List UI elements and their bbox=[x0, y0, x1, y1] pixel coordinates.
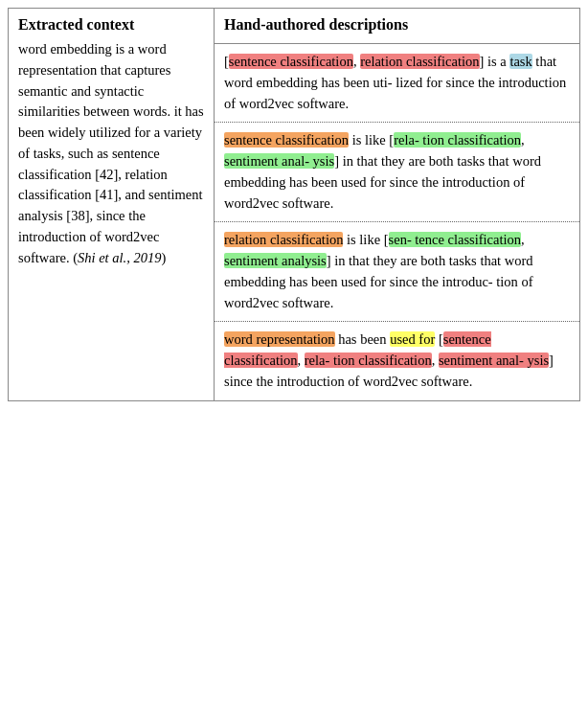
highlight-span: relation classification bbox=[360, 54, 479, 69]
highlight-span: sen- tence classification bbox=[389, 232, 522, 247]
highlight-span: task bbox=[509, 54, 531, 69]
left-column: Extracted context word embedding is a wo… bbox=[9, 9, 215, 400]
italic-span: Shi et al., 2019 bbox=[78, 250, 161, 265]
highlight-span: sentence classification bbox=[229, 54, 353, 69]
highlight-span: sentiment analysis bbox=[224, 253, 327, 268]
highlight-span: sentence classification bbox=[224, 132, 349, 148]
right-row-2: sentence classification is like [rela- t… bbox=[215, 123, 579, 222]
highlight-span: rela- tion classification bbox=[394, 132, 521, 148]
highlight-span: word representation bbox=[224, 331, 335, 347]
highlight-span: sentiment anal- ysis bbox=[439, 353, 549, 368]
highlight-span: relation classification bbox=[224, 232, 343, 247]
right-row-1: [sentence classification, relation class… bbox=[215, 44, 579, 123]
main-container: Extracted context word embedding is a wo… bbox=[8, 8, 580, 401]
highlight-span: rela- tion classification bbox=[305, 353, 432, 368]
highlight-span: sentiment anal- ysis bbox=[224, 153, 334, 169]
left-header: Extracted context bbox=[18, 16, 204, 34]
right-row-4: word representation has been used for [s… bbox=[215, 322, 579, 399]
highlight-span: used for bbox=[390, 331, 435, 347]
right-row-3: relation classification is like [sen- te… bbox=[215, 222, 579, 322]
left-content: word embedding is a word representation … bbox=[18, 39, 204, 268]
right-column: Hand-authored descriptions [sentence cla… bbox=[215, 9, 579, 400]
right-header: Hand-authored descriptions bbox=[224, 16, 570, 34]
right-rows: [sentence classification, relation class… bbox=[215, 44, 579, 400]
